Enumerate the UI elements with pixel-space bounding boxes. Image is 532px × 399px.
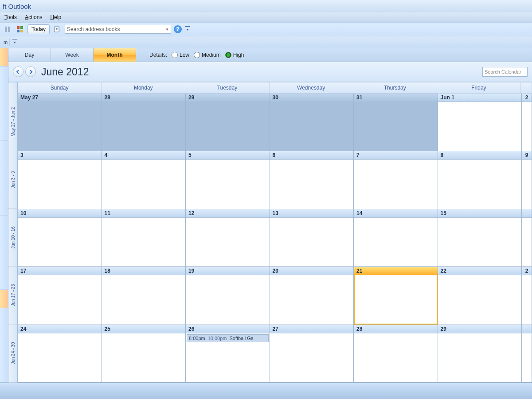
search-address-books-input[interactable]: Search address books ▼ xyxy=(65,25,171,34)
day-cell[interactable]: 14 xyxy=(354,209,438,266)
day-header[interactable]: 25 xyxy=(102,325,186,333)
week-label[interactable]: Jun 24 - 30 xyxy=(8,325,17,383)
day-header[interactable]: 29 xyxy=(438,325,522,333)
day-header[interactable]: Jun 1 xyxy=(438,94,522,102)
day-header[interactable]: 5 xyxy=(186,151,270,160)
search-address-books-dropdown-icon[interactable]: ▼ xyxy=(165,27,169,31)
day-cell[interactable]: 268:00pm10:00pmSoftball Ga xyxy=(186,325,270,382)
details-medium-radio[interactable] xyxy=(194,52,200,58)
week-label[interactable]: Jun 17 - 23 xyxy=(8,266,17,325)
day-cell[interactable]: 27 xyxy=(270,325,354,382)
address-book-icon[interactable] xyxy=(52,24,62,34)
today-button[interactable]: Today xyxy=(27,24,50,34)
day-header[interactable]: 15 xyxy=(438,209,522,218)
day-header[interactable]: 20 xyxy=(270,267,354,275)
day-header[interactable]: 17 xyxy=(18,267,102,275)
day-header[interactable]: May 27 xyxy=(18,94,102,102)
day-header[interactable]: 27 xyxy=(270,325,354,333)
day-header[interactable]: 26 xyxy=(186,325,270,333)
day-header[interactable]: 21 xyxy=(354,267,438,275)
day-cell[interactable]: 6 xyxy=(270,151,354,208)
details-low-radio[interactable] xyxy=(172,52,178,58)
day-cell[interactable]: 9 xyxy=(522,151,532,208)
day-cell[interactable]: 18 xyxy=(102,267,186,324)
day-cell[interactable]: 2 xyxy=(522,267,532,324)
day-cell[interactable] xyxy=(522,209,532,266)
day-header[interactable]: 10 xyxy=(18,209,102,218)
toolbar-icon-1[interactable] xyxy=(3,24,12,34)
second-toolbar-label[interactable]: m xyxy=(2,39,10,46)
day-header[interactable]: 29 xyxy=(186,94,270,102)
day-header[interactable]: 7 xyxy=(354,151,438,160)
day-header[interactable]: 24 xyxy=(18,325,102,333)
week-label[interactable]: Jun 10 - 16 xyxy=(8,209,17,267)
day-header[interactable]: 2 xyxy=(522,94,532,102)
day-cell[interactable]: 5 xyxy=(186,151,270,208)
day-header[interactable]: 6 xyxy=(270,151,354,160)
day-cell[interactable]: 30 xyxy=(270,94,354,151)
toolbar-overflow-icon[interactable] xyxy=(184,24,191,34)
day-cell[interactable]: 4 xyxy=(102,151,186,208)
day-header[interactable]: 3 xyxy=(18,151,102,160)
day-header[interactable]: 28 xyxy=(102,94,186,102)
day-cell[interactable]: 25 xyxy=(102,325,186,382)
day-header[interactable]: 22 xyxy=(438,267,522,275)
day-cell[interactable]: 28 xyxy=(354,325,438,382)
day-header[interactable] xyxy=(522,325,532,333)
day-cell[interactable]: 3 xyxy=(18,151,102,208)
week-label[interactable]: Jun 3 - 9 xyxy=(8,151,17,209)
categorize-icon[interactable] xyxy=(15,24,25,34)
details-high-radio[interactable] xyxy=(225,52,231,58)
day-cell[interactable]: 7 xyxy=(354,151,438,208)
day-header[interactable]: 30 xyxy=(270,94,354,102)
prev-month-button[interactable] xyxy=(13,66,23,77)
search-calendar-input[interactable]: Search Calendar xyxy=(482,67,528,77)
day-cell[interactable]: 24 xyxy=(18,325,102,382)
day-header[interactable]: 11 xyxy=(102,209,186,218)
day-cell[interactable]: 20 xyxy=(270,267,354,324)
day-cell[interactable]: 10 xyxy=(18,209,102,266)
day-cell[interactable]: May 27 xyxy=(18,94,102,151)
nav-pane-handle[interactable] xyxy=(0,48,8,66)
day-header[interactable]: 18 xyxy=(102,267,186,275)
calendar-event[interactable]: 8:00pm10:00pmSoftball Ga xyxy=(187,334,269,342)
tab-day[interactable]: Day xyxy=(8,48,51,62)
menu-help[interactable]: Help xyxy=(50,14,61,20)
details-high[interactable]: High xyxy=(225,52,244,58)
day-header[interactable]: 2 xyxy=(522,267,532,275)
second-toolbar-overflow-icon[interactable] xyxy=(10,39,20,45)
day-header[interactable]: 13 xyxy=(270,209,354,218)
details-low[interactable]: Low xyxy=(172,52,189,58)
nav-pane-handle-2[interactable] xyxy=(0,290,8,308)
week-label[interactable]: May 27 - Jun 2 xyxy=(8,93,17,151)
help-icon[interactable]: ? xyxy=(174,25,182,33)
day-header[interactable]: 9 xyxy=(522,151,532,160)
day-cell[interactable]: 13 xyxy=(270,209,354,266)
details-medium[interactable]: Medium xyxy=(194,52,221,58)
tab-month[interactable]: Month xyxy=(94,48,136,62)
tab-week[interactable]: Week xyxy=(51,48,94,62)
day-cell[interactable]: 29 xyxy=(438,325,522,382)
day-cell[interactable]: 31 xyxy=(354,94,438,151)
day-cell-today[interactable]: 21 xyxy=(354,267,438,324)
nav-pane-collapsed[interactable] xyxy=(0,48,8,383)
day-header[interactable]: 14 xyxy=(354,209,438,218)
menu-actions[interactable]: Actions xyxy=(25,14,42,20)
day-cell[interactable]: 15 xyxy=(438,209,522,266)
day-header[interactable]: 19 xyxy=(186,267,270,275)
day-cell[interactable]: 17 xyxy=(18,267,102,324)
day-header[interactable]: 28 xyxy=(354,325,438,333)
day-cell[interactable]: 8 xyxy=(438,151,522,208)
day-cell[interactable]: 12 xyxy=(186,209,270,266)
day-cell[interactable]: Jun 1 xyxy=(438,94,522,151)
day-cell[interactable]: 11 xyxy=(102,209,186,266)
day-header[interactable] xyxy=(522,209,532,218)
menu-tools[interactable]: Tools xyxy=(4,14,17,20)
day-cell[interactable]: 22 xyxy=(438,267,522,324)
day-header[interactable]: 4 xyxy=(102,151,186,160)
day-cell[interactable]: 2 xyxy=(522,94,532,151)
day-header[interactable]: 31 xyxy=(354,94,438,102)
day-cell[interactable]: 28 xyxy=(102,94,186,151)
day-cell[interactable] xyxy=(522,325,532,382)
day-header[interactable]: 8 xyxy=(438,151,522,160)
